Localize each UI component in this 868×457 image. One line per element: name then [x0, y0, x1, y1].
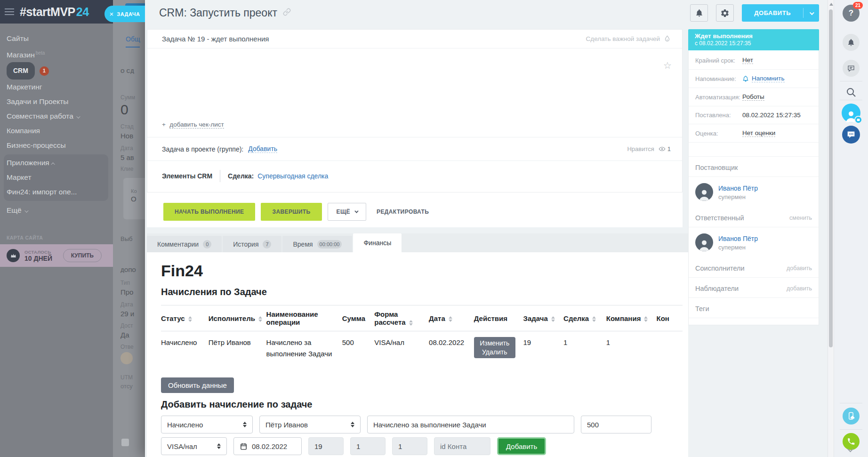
payform-select[interactable]: VISA/нал — [161, 437, 227, 455]
notifications-bell-button[interactable] — [690, 4, 708, 22]
crm-pill[interactable]: CRM — [7, 62, 35, 80]
mobile-app-button[interactable] — [843, 408, 860, 425]
robots-link[interactable]: Роботы — [742, 93, 764, 101]
sidebar-item-company[interactable]: Компания — [7, 123, 113, 138]
executor-select[interactable]: Пётр Иванов — [259, 416, 361, 433]
sort-icon[interactable] — [551, 316, 555, 322]
column-header-operation[interactable]: Наименование операции — [266, 305, 342, 331]
deal-link[interactable]: Супервыгодная сделка — [257, 172, 328, 180]
tab-time[interactable]: Время 00:00:00 — [282, 236, 352, 252]
sidebar-item-tasks[interactable]: Задачи и Проекты — [7, 94, 113, 109]
slider-body: Задача № 19 - ждет выполнения Сделать ва… — [145, 26, 828, 457]
like-link[interactable]: Нравится — [627, 145, 654, 152]
submit-accrual-button[interactable]: Добавить — [497, 437, 546, 455]
link-icon[interactable] — [283, 8, 291, 18]
sidebar-item-crm[interactable]: CRM 1 — [7, 62, 113, 80]
brand-name: #startMVP — [20, 5, 75, 18]
favorite-star-icon[interactable]: ☆ — [663, 61, 672, 70]
buy-button[interactable]: КУПИТЬ — [63, 249, 102, 262]
sidebar-item-sites[interactable]: Сайты — [7, 31, 113, 46]
add-button[interactable]: ДОБАВИТЬ — [742, 4, 819, 22]
sidebar-item-market[interactable]: Маркет — [7, 170, 108, 184]
sort-icon[interactable] — [258, 316, 262, 322]
deadline-value[interactable]: Нет — [742, 56, 753, 64]
responsible-person: Иванов Пётр супермен — [689, 227, 819, 257]
operation-name-input[interactable] — [367, 416, 574, 433]
tab-history[interactable]: История 7 — [223, 236, 281, 252]
search-button[interactable] — [845, 87, 857, 100]
sidebar-item-shop[interactable]: Магазинbeta — [7, 46, 113, 62]
watchers-title: Наблюдатели — [695, 285, 739, 292]
messenger-button[interactable] — [842, 126, 860, 144]
finish-task-button[interactable]: ЗАВЕРШИТЬ — [261, 203, 321, 221]
add-button-label: ДОБАВИТЬ — [742, 9, 803, 16]
add-watcher-link[interactable]: добавить — [787, 285, 812, 292]
hamburger-menu-icon[interactable] — [5, 7, 14, 17]
column-header-date[interactable]: Дата — [429, 305, 474, 331]
more-actions-button[interactable]: ЕЩЁ — [328, 203, 366, 221]
author-name-link[interactable]: Иванов Пётр — [718, 184, 758, 192]
tag-crm-link[interactable]: crm — [695, 324, 812, 325]
column-header-company[interactable]: Компания — [606, 305, 657, 331]
edit-task-button[interactable]: РЕДАКТИРОВАТЬ — [372, 203, 434, 220]
profile-avatar-button[interactable] — [842, 104, 860, 122]
column-header-deal[interactable]: Сделка — [563, 305, 606, 331]
status-select-value: Начислено — [167, 421, 203, 429]
sidebar-item-apps[interactable]: Приложения — [7, 155, 108, 170]
sidebar-item-marketing[interactable]: Маркетинг — [7, 80, 113, 94]
sort-icon[interactable] — [409, 320, 413, 326]
company-id-input[interactable] — [392, 437, 427, 455]
sort-icon[interactable] — [449, 316, 452, 322]
make-important-link[interactable]: Сделать важной задачей — [586, 35, 671, 43]
avatar[interactable] — [695, 233, 713, 251]
task-id-input[interactable] — [308, 437, 344, 455]
sort-icon[interactable] — [592, 316, 596, 322]
slider-task-label[interactable]: × ЗАДАЧА — [104, 6, 145, 22]
sort-icon[interactable] — [188, 316, 192, 322]
scroll-up-arrow[interactable] — [829, 3, 833, 6]
slider-header: CRM: Запустить преокт ДОБАВИТЬ — [145, 0, 828, 26]
task-description-area[interactable]: ☆ — [147, 48, 682, 113]
add-co-executor-link[interactable]: добавить — [787, 265, 812, 272]
views-counter[interactable]: 1 — [659, 145, 671, 152]
notifications-button[interactable] — [843, 34, 860, 51]
close-icon[interactable]: × — [109, 10, 113, 17]
sort-icon[interactable] — [644, 316, 648, 322]
deal-id-input[interactable] — [350, 437, 386, 455]
responsible-name-link[interactable]: Иванов Пётр — [718, 235, 758, 242]
add-checklist-link[interactable]: добавить чек-лист — [169, 121, 224, 128]
delete-row-button[interactable]: Удалить — [482, 348, 507, 356]
column-header-status[interactable]: Статус — [161, 305, 209, 331]
tab-comments[interactable]: Комментарии 0 — [147, 236, 222, 252]
sidebar-item-collab[interactable]: Совместная работа — [7, 109, 113, 123]
refresh-data-button[interactable]: Обновить данные — [161, 377, 234, 393]
sitemap-link[interactable]: КАРТА САЙТА — [7, 232, 113, 244]
sum-input[interactable] — [581, 416, 651, 433]
column-header-contact[interactable]: Кон — [657, 305, 683, 331]
change-responsible-link[interactable]: сменить — [789, 215, 812, 221]
add-dropdown-caret[interactable] — [804, 9, 819, 16]
contact-id-input[interactable] — [434, 437, 490, 455]
sidebar-item-bizproc[interactable]: Бизнес-процессы — [7, 138, 113, 152]
column-header-payform[interactable]: Форма рассчета — [374, 305, 429, 331]
edit-row-button[interactable]: Изменить — [480, 339, 509, 347]
status-select[interactable]: Начислено — [161, 416, 253, 433]
avatar[interactable] — [695, 183, 713, 201]
rating-value[interactable]: Нет оценки — [742, 129, 775, 137]
column-header-sum[interactable]: Сумма — [342, 305, 374, 331]
brand-logo[interactable]: #startMVP24 — [20, 5, 89, 19]
start-task-button[interactable]: НАЧАТЬ ВЫПОЛНЕНИЕ — [163, 203, 255, 221]
column-header-executor[interactable]: Исполнитель — [209, 305, 266, 331]
column-header-task[interactable]: Задача — [523, 305, 564, 331]
remind-link[interactable]: Напомнить — [752, 75, 785, 82]
settings-gear-button[interactable] — [716, 4, 734, 22]
project-add-link[interactable]: Добавить — [248, 145, 277, 153]
task-tabs: Комментарии 0 История 7 Время 00:00:00 Ф… — [147, 233, 688, 252]
date-input[interactable]: 08.02.2022 — [233, 437, 302, 455]
sidebar-item-fin24[interactable]: Фин24: импорт опе... — [7, 184, 108, 199]
vertical-scrollbar[interactable] — [828, 0, 834, 457]
tab-finances[interactable]: Финансы — [353, 233, 402, 252]
sidebar-item-more[interactable]: Ещё — [7, 203, 113, 217]
scrollbar-thumb[interactable] — [829, 9, 833, 347]
feed-button[interactable] — [843, 60, 860, 77]
